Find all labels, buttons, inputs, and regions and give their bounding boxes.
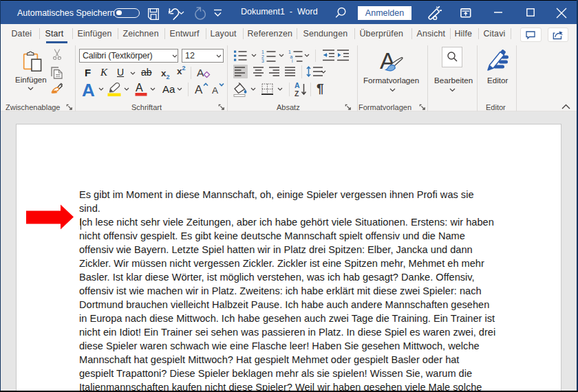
svg-text:Z: Z: [295, 89, 299, 97]
svg-text:i: i: [292, 58, 293, 63]
svg-text:A: A: [195, 83, 203, 96]
svg-text:A: A: [197, 67, 204, 78]
svg-text:1: 1: [288, 50, 291, 54]
svg-text:3: 3: [261, 58, 264, 63]
svg-text:1: 1: [261, 50, 264, 54]
svg-text:A: A: [295, 82, 300, 89]
svg-text:A: A: [212, 85, 218, 96]
svg-text:A: A: [136, 83, 143, 94]
